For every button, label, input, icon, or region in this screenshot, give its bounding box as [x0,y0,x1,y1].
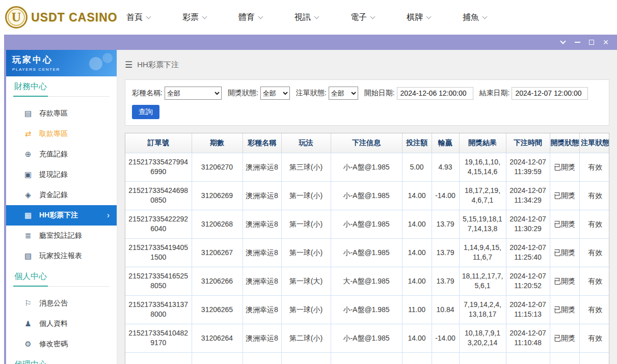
table-cell: 2024-12-07 11:15:13 [506,295,550,324]
table-cell: 有效 [579,238,609,267]
column-header: 輸贏 [432,133,459,153]
table-cell: 13.79 [432,267,459,295]
table-cell: 澳洲幸运8 [243,324,281,352]
sidebar-item-withdraw[interactable]: ⇄ 取款專區 [6,124,117,144]
sidebar-item-recharge-records[interactable]: ⊕ 充值記錄 [6,144,117,164]
nav-item-label: 電子 [351,12,367,23]
table-cell: 澳洲幸运8 [243,181,281,210]
table-cell: 有效 [579,295,609,324]
chevron-down-icon [146,14,151,19]
table-cell [243,352,281,364]
table-row: 215217335424698085031206269澳洲幸运8第一球(小)小-… [125,181,609,210]
end-date-input[interactable] [512,87,588,100]
maximize-icon [589,40,594,45]
section-title: 個人中心 [13,271,48,287]
table-cell: 2152173354246980850 [125,181,192,210]
table-cell: 澳洲幸运8 [243,153,281,181]
sidebar-item-room-bet-records[interactable]: ≣ 廳室投註記錄 [6,226,117,246]
nav-item-chess[interactable]: 棋牌 [407,12,431,23]
start-date-input[interactable] [397,87,473,100]
chevron-down-icon [258,14,263,19]
nav-item-fishing[interactable]: 捕魚 [463,12,487,23]
nav-item-egames[interactable]: 電子 [351,12,374,23]
table-cell: 小-A盤@1.985 [331,324,402,352]
table-cell: 7,19,14,2,4,13,18,17 [459,295,506,324]
window-maximize-button[interactable] [584,35,599,50]
sidebar-item-hh-lottery-bets[interactable]: ▦ HH彩票下注 › [6,205,117,226]
table-row: 215217335416525805031206266澳洲幸运8第一球(大)大-… [125,267,609,295]
table-cell: 第一球(小) [281,210,331,238]
hamburger-icon[interactable]: ☰ [125,60,132,70]
table-cell: 第一球(小) [281,181,331,210]
table-cell: 已開獎 [550,210,579,238]
table-cell: 18,17,2,19,4,6,7,1 [459,181,506,210]
sidebar-item-profile[interactable]: ♟ 個人資料 [6,314,117,334]
nav-item-label: 彩票 [182,12,199,23]
bet-status-label: 注單狀態: [296,89,327,98]
sidebar-item-player-bet-report[interactable]: ▧ 玩家投注報表 [6,246,117,266]
sidebar-item-deposit[interactable]: ▤ 存款專區 [6,103,117,124]
filter-panel: 彩種名稱: 全部 開獎狀態: 全部 注單狀態: 全部 開始日期: [125,79,609,126]
lottery-type-label: 彩種名稱: [132,89,163,98]
window-close-button[interactable]: × [599,35,613,50]
gear-icon: ⚙ [23,340,33,349]
sidebar-item-label: 消息公告 [39,299,68,308]
table-cell: 有效 [579,210,609,238]
sidebar-item-funds-records[interactable]: ◈ 資金記錄 [6,185,117,205]
list-icon: ≣ [23,231,33,240]
column-header: 期數 [192,133,243,153]
search-button[interactable]: 查詢 [132,105,159,119]
chevron-down-icon [482,14,488,19]
cash-record-icon: ▣ [23,170,33,179]
table-cell: 10.84 [432,295,459,324]
table-cell: 澳洲幸运8 [243,238,281,267]
table-cell: 第三球(小) [281,153,331,181]
column-header: 下注信息 [331,133,402,153]
section-title: 代理中心 [13,359,48,364]
finance-menu: ▤ 存款專區 ⇄ 取款專區 ⊕ 充值記錄 ▣ 提現記錄 [6,103,117,266]
window-minimize-button[interactable] [570,35,584,50]
draw-status-select[interactable]: 全部 [260,87,290,100]
table-cell: 31206266 [192,267,243,295]
table-cell: 5,15,19,18,17,14,13,8 [459,210,506,238]
sidebar-item-label: 廳室投註記錄 [39,231,82,240]
draw-status-label: 開獎狀態: [228,89,258,98]
table-cell [125,352,192,364]
site-logo[interactable]: U USDT CASINO [5,6,126,29]
table-cell: 2024-12-07 11:10:48 [506,324,550,352]
nav-item-sports[interactable]: 體育 [238,12,262,23]
close-icon: × [603,38,609,47]
table-cell [432,352,459,364]
nav-item-video[interactable]: 視訊 [294,12,318,23]
sidebar-item-change-password[interactable]: ⚙ 修改密碼 [6,334,117,354]
start-date-label: 開始日期: [364,89,395,98]
page-header: ☰ HH彩票下注 [125,50,609,79]
nav-item-lottery[interactable]: 彩票 [182,12,206,23]
bet-table: 訂單號期數彩種名稱玩法下注信息投注額輸贏開獎結果下注時間開獎狀態注單狀態 215… [125,133,609,364]
table-cell: 已開獎 [550,267,579,295]
money-bag-icon: ◈ [23,190,33,200]
bet-status-select[interactable]: 全部 [329,87,358,100]
sidebar-item-label: 充值記錄 [39,150,68,159]
table-cell: 31206269 [192,181,243,210]
column-header: 玩法 [281,133,331,153]
table-cell [331,352,402,364]
nav-item-home[interactable]: 首頁 [126,12,150,23]
window-collapse-button[interactable] [556,35,570,50]
table-cell: 4.93 [432,153,459,181]
table-cell: 已開獎 [550,324,579,352]
table-cell: 小-A盤@1.985 [331,210,402,238]
table-cell: 31206264 [192,324,243,352]
chevron-down-icon [426,14,432,19]
sidebar-item-withdrawal-records[interactable]: ▣ 提現記錄 [6,164,117,185]
table-cell: 2152173354222926040 [125,210,192,238]
table-cell: 澳洲幸运8 [243,295,281,324]
table-cell [459,352,506,364]
sidebar-header: 玩家中心 PLAYERS CENTER [6,50,117,76]
sidebar-item-announcements[interactable]: ⚐ 消息公告 [6,293,117,314]
bet-table-body: 215217335427994699031206270澳洲幸运8第三球(小)小-… [125,153,609,364]
table-row: 215217335427994699031206270澳洲幸运8第三球(小)小-… [125,153,609,181]
table-cell [402,352,432,364]
table-cell: 第二球(小) [281,324,331,352]
lottery-type-select[interactable]: 全部 [165,87,222,100]
